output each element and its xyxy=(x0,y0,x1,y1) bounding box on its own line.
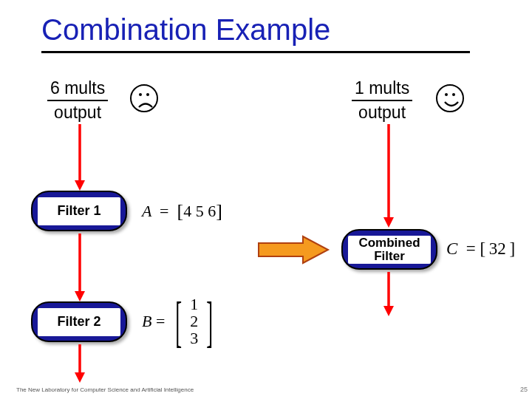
left-mults-count: 6 mults xyxy=(47,78,108,101)
svg-marker-1 xyxy=(75,180,85,191)
arrow-down-icon xyxy=(382,272,395,316)
right-mults-count: 1 mults xyxy=(352,78,412,101)
right-mults-block: 1 mults output xyxy=(352,78,412,123)
matrix-b-name: B xyxy=(142,312,151,331)
sad-face-icon xyxy=(130,84,158,112)
svg-marker-6 xyxy=(259,236,328,263)
right-bracket: ] xyxy=(206,301,213,342)
left-bracket: [ xyxy=(480,239,486,258)
matrix-b-v1: 2 xyxy=(190,313,198,330)
matrix-b-v2: 3 xyxy=(190,330,198,347)
matrix-b-values: 1 2 3 xyxy=(188,296,200,347)
arrow-down-icon xyxy=(73,124,86,191)
svg-marker-3 xyxy=(75,291,85,301)
combined-label-1: Combined xyxy=(358,236,420,250)
arrow-down-icon xyxy=(73,233,86,301)
slide-title: Combination Example xyxy=(41,13,470,53)
matrix-b: B = [ 1 2 3 ] xyxy=(142,296,219,347)
matrix-b-v0: 1 xyxy=(190,296,198,313)
equals-sign: = xyxy=(156,312,165,331)
right-output-label: output xyxy=(352,101,412,123)
right-bracket: ] xyxy=(509,239,515,258)
filter-1-node: Filter 1 xyxy=(31,191,127,231)
combined-filter-node: Combined Filter xyxy=(341,229,437,270)
page-number: 25 xyxy=(520,386,528,393)
filter-1-label: Filter 1 xyxy=(38,197,120,225)
left-bracket: [ xyxy=(177,200,183,222)
left-bracket: [ xyxy=(175,301,182,342)
arrow-down-icon xyxy=(382,124,395,228)
combined-label-2: Filter xyxy=(374,250,405,263)
matrix-c-name: C xyxy=(446,239,457,258)
matrix-a: A = [4 5 6] xyxy=(142,200,222,222)
footer-text: The New Laboratory for Computer Science … xyxy=(16,386,194,393)
arrow-right-icon xyxy=(257,235,331,267)
matrix-c: C = [ 32 ] xyxy=(446,239,515,259)
matrix-c-value: 32 xyxy=(489,239,506,258)
filter-2-label: Filter 2 xyxy=(38,308,120,336)
left-output-label: output xyxy=(47,101,108,123)
left-mults-block: 6 mults output xyxy=(47,78,108,123)
svg-marker-5 xyxy=(75,372,85,383)
matrix-a-name: A xyxy=(142,202,151,220)
happy-face-icon xyxy=(436,84,464,112)
equals-sign: = xyxy=(160,202,168,220)
filter-2-node: Filter 2 xyxy=(31,301,127,342)
right-bracket: ] xyxy=(216,200,222,222)
svg-marker-10 xyxy=(383,306,394,316)
matrix-a-values: 4 5 6 xyxy=(183,202,216,220)
combined-filter-label: Combined Filter xyxy=(348,236,431,264)
arrow-down-icon xyxy=(73,344,86,383)
svg-marker-8 xyxy=(383,217,394,228)
equals-sign: = xyxy=(466,239,476,258)
